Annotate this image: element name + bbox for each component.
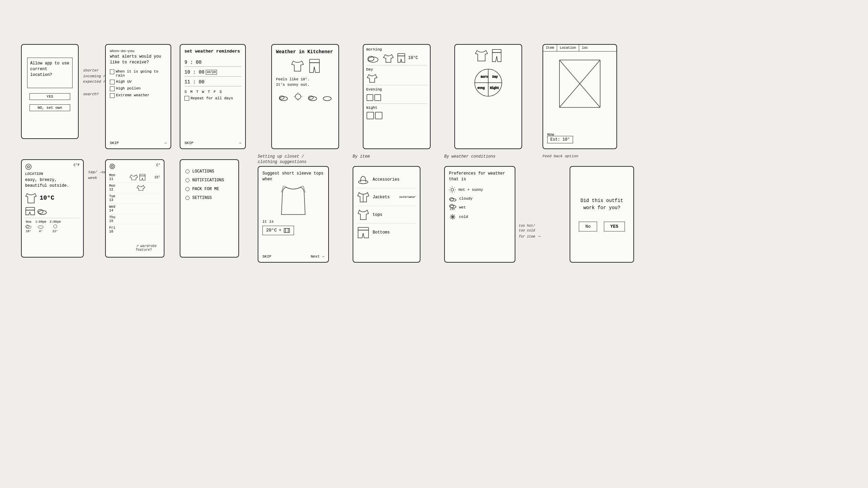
reminders-arrow: → bbox=[239, 141, 241, 145]
tops-item[interactable]: tops bbox=[357, 206, 416, 224]
hat-icon bbox=[357, 174, 369, 185]
yes-feedback-button[interactable]: YES bbox=[604, 222, 625, 231]
morning-pants-icon bbox=[397, 53, 406, 63]
morning-cloud-icon bbox=[366, 53, 380, 63]
checkbox-uv[interactable] bbox=[110, 80, 115, 84]
weekly-settings-icon[interactable] bbox=[109, 163, 115, 169]
jackets-item[interactable]: Jackets outerwear bbox=[357, 188, 416, 206]
frame-location-permission: Allow app to use current location? YES N… bbox=[21, 44, 79, 139]
frame-closet-setup: Suggest short sleeve tops when it is 20°… bbox=[258, 166, 329, 263]
evening-clothing-icon bbox=[366, 93, 381, 101]
temp-input[interactable]: 20°C + bbox=[262, 226, 294, 235]
cold-option[interactable]: cold bbox=[449, 214, 511, 220]
weather-annotation: too hot/too coldfor item ← bbox=[519, 224, 563, 240]
svg-line-53 bbox=[450, 187, 450, 188]
frame-by-item: ‹ Accessories bbox=[353, 166, 420, 263]
condition-text: it is bbox=[262, 220, 324, 224]
pref-text: Preferences for weather that is bbox=[449, 171, 511, 182]
svg-point-11 bbox=[368, 57, 378, 62]
frame-time-of-day: morning 10°C Day Evening bbox=[363, 44, 431, 149]
frame-menu: LOCATIONS NOTIFICATIONS PACK FOR ME SETT… bbox=[180, 159, 239, 258]
feedback-content: Now Est: 10° bbox=[543, 52, 616, 116]
cloud-icon bbox=[449, 196, 456, 201]
repeat-option: Repeat for all days bbox=[184, 96, 241, 101]
menu-item-locations[interactable]: LOCATIONS bbox=[185, 169, 233, 174]
kitchener-title: Weather in Kitchener bbox=[276, 49, 334, 55]
yes-button[interactable]: YES bbox=[29, 93, 70, 100]
closet-next[interactable]: Next → bbox=[311, 255, 324, 259]
svg-point-45 bbox=[358, 180, 368, 184]
svg-rect-18 bbox=[492, 49, 501, 53]
checkbox-extreme[interactable] bbox=[110, 93, 115, 98]
feedback-buttons: No YES bbox=[579, 222, 625, 231]
svg-line-63 bbox=[454, 208, 454, 210]
reminder-time2: 10 : 00 am/pm bbox=[184, 69, 241, 77]
frame-by-weather: Preferences for weather that is Hot + su… bbox=[444, 166, 515, 263]
top-icon bbox=[357, 209, 369, 221]
settings-icon[interactable] bbox=[25, 163, 32, 170]
alert-extreme: Extreme weather bbox=[110, 93, 166, 98]
wet-option[interactable]: wet bbox=[449, 204, 511, 211]
svg-line-54 bbox=[454, 187, 455, 188]
svg-rect-15 bbox=[375, 95, 381, 101]
hot-sunny-option[interactable]: Hot + sunny bbox=[449, 186, 511, 193]
tab-location[interactable]: Location bbox=[557, 45, 579, 51]
main-cloud-icon bbox=[37, 207, 47, 215]
by-item-section-label: By item bbox=[353, 154, 370, 159]
cf-toggle[interactable]: C°F bbox=[74, 163, 80, 170]
alerts-arrow: → bbox=[164, 141, 166, 145]
svg-point-36 bbox=[26, 226, 31, 228]
svg-point-31 bbox=[27, 166, 29, 168]
closet-skip[interactable]: SKIP bbox=[262, 255, 271, 259]
menu-item-notifications[interactable]: NOTIFICATIONS bbox=[185, 178, 233, 183]
svg-rect-16 bbox=[367, 112, 374, 119]
tab-item[interactable]: Item bbox=[543, 45, 557, 51]
svg-point-40 bbox=[111, 165, 113, 167]
items-list: Accessories Jackets outerwear bbox=[357, 171, 416, 241]
feedback-image bbox=[547, 58, 613, 109]
bottoms-item[interactable]: Bottoms bbox=[357, 224, 416, 241]
alerts-skip[interactable]: SKIP bbox=[110, 141, 119, 145]
accessories-item[interactable]: Accessories bbox=[357, 171, 416, 188]
wardrobe-annotation: ↗ wardrobefeature? bbox=[136, 244, 157, 252]
menu-item-pack[interactable]: PACK FOR ME bbox=[185, 187, 233, 191]
tank-top-sketch bbox=[262, 186, 324, 216]
closet-section-label: Setting up closet / clothing suggestions bbox=[258, 154, 326, 165]
menu-item-settings[interactable]: SETTINGS bbox=[185, 196, 233, 200]
days-of-week: S M T W T F S bbox=[184, 90, 241, 94]
weekly-days-list: Mon11 15° Mon12 Tue13 bbox=[109, 172, 160, 235]
alert-title-strike: When do you bbox=[110, 49, 166, 54]
frame-weather-kitchener: Weather in Kitchener Feels like 10°. It'… bbox=[271, 44, 339, 149]
main-shirt-icon bbox=[25, 192, 37, 204]
checkbox-pollen[interactable] bbox=[110, 86, 115, 91]
reminders-skip[interactable]: SKIP bbox=[184, 141, 193, 145]
svg-rect-17 bbox=[375, 112, 382, 119]
main-extras bbox=[25, 207, 80, 215]
rain-icon bbox=[449, 204, 456, 211]
svg-point-10 bbox=[323, 97, 331, 101]
frame-main-weather: C°F LOCATION easy, breezy, beautiful out… bbox=[21, 159, 84, 258]
svg-text:Day: Day bbox=[492, 75, 498, 79]
checkbox-rain[interactable] bbox=[110, 69, 114, 74]
day1-pants-icon bbox=[139, 174, 145, 181]
repeat-checkbox[interactable] bbox=[184, 96, 189, 101]
cloudy-option[interactable]: cloudy bbox=[449, 196, 511, 201]
tab-loc[interactable]: loc bbox=[579, 45, 591, 51]
frame-weekly: C° Mon11 15° Mon12 bbox=[105, 159, 164, 258]
weekly-cf-toggle[interactable]: C° bbox=[156, 163, 160, 169]
svg-line-61 bbox=[450, 208, 451, 210]
main-pants-icon bbox=[25, 207, 35, 215]
no-feedback-button[interactable]: No bbox=[579, 222, 597, 231]
main-header: C°F bbox=[25, 163, 80, 170]
svg-rect-13 bbox=[398, 54, 405, 56]
outfit-question: Did this outfit work for you? bbox=[577, 197, 627, 211]
outfit-x-sketch bbox=[558, 58, 602, 109]
no-set-own-button[interactable]: NO, set own bbox=[29, 104, 70, 111]
time-pie-chart: Day morn Night evng bbox=[471, 66, 505, 100]
sun-icon bbox=[449, 186, 456, 193]
reminders-title: set weather reminders bbox=[184, 49, 241, 55]
canvas: Allow app to use current location? YES N… bbox=[0, 0, 868, 488]
pie-clothing-top bbox=[459, 49, 517, 62]
by-weather-section-label: By weather conditions bbox=[444, 154, 495, 159]
night-clothing-icon bbox=[366, 111, 383, 120]
